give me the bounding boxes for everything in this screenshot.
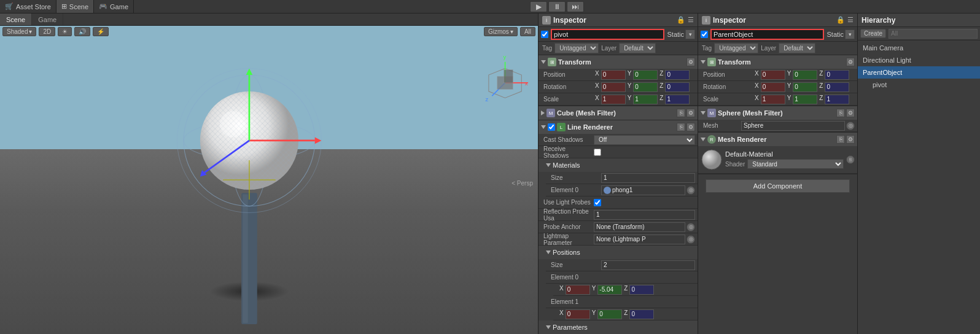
viewport-tab-scene[interactable]: Scene (0, 14, 32, 25)
receive-shadows-checkbox[interactable] (594, 149, 601, 156)
audio-button[interactable]: 🔊 (74, 27, 90, 36)
lr-settings-btn[interactable]: ⚙ (686, 123, 695, 131)
mesh-renderer-settings[interactable]: ⚙ (846, 135, 855, 144)
static-dropdown-left[interactable]: ▾ (685, 29, 695, 39)
tab-game[interactable]: 🎮 Game (94, 0, 134, 13)
pos-elem0-x-input[interactable] (566, 285, 590, 295)
static-dropdown-right[interactable]: ▾ (845, 29, 855, 39)
object-name-input-right[interactable] (710, 29, 824, 40)
mesh-renderer-copy[interactable]: ⎘ (836, 135, 845, 144)
scale-x-input-right[interactable] (761, 95, 785, 104)
mesh-filter-copy-left[interactable]: ⎘ (677, 109, 685, 117)
pos-x-input-right[interactable] (761, 70, 785, 80)
layer-dropdown-right[interactable]: Default (779, 43, 815, 53)
hierarchy-item-parent-object[interactable]: ParentObject (858, 66, 980, 79)
rot-z-input-right[interactable] (825, 82, 849, 92)
pos-elem0-y-input[interactable] (597, 285, 622, 295)
object-active-checkbox-left[interactable] (541, 31, 548, 38)
lock-icon-left[interactable]: 🔒 (677, 16, 685, 24)
material-target-btn[interactable]: ⎘ (846, 155, 855, 164)
viewport-tab-game[interactable]: Game (32, 14, 63, 25)
pos-y-input-left[interactable] (633, 70, 658, 80)
sphere-mesh-target-btn[interactable]: ◎ (846, 122, 855, 130)
tab-asset-store[interactable]: 🛒 Asset Store (0, 0, 56, 13)
mesh-filter-header-left[interactable]: M Cube (Mesh Filter) ⎘ ⚙ (539, 106, 698, 120)
parameters-section-header[interactable]: Parameters (539, 320, 698, 334)
probe-anchor-field[interactable]: None (Transform) (594, 222, 685, 232)
lighting-button[interactable]: ☀ (58, 27, 72, 36)
tab-scene[interactable]: ⊞ Scene (56, 0, 94, 13)
viewport-content[interactable]: Shaded ▾ 2D ☀ 🔊 ⚡ Gizmos ▾ All (0, 26, 538, 334)
rot-z-input-left[interactable] (665, 82, 690, 92)
sphere-mesh-copy[interactable]: ⎘ (836, 109, 845, 117)
mat-size-input[interactable] (601, 173, 695, 183)
tag-dropdown-right[interactable]: Untagged (714, 43, 758, 53)
add-component-button[interactable]: Add Component (706, 179, 850, 193)
lock-icon-right[interactable]: 🔒 (836, 16, 845, 24)
transform-settings-left[interactable]: ⚙ (686, 58, 695, 66)
lightmap-field[interactable]: None (Lightmap P (594, 235, 685, 244)
materials-section-header[interactable]: Materials (539, 158, 698, 172)
chevron-down-icon: ▾ (29, 28, 32, 35)
reflection-probe-input[interactable] (594, 210, 695, 220)
pos-elem1-z-input[interactable] (629, 309, 654, 319)
hierarchy-item-main-camera[interactable]: Main Camera (858, 42, 980, 54)
scale-y-input-right[interactable] (793, 95, 817, 104)
sphere-mesh-filter-header[interactable]: M Sphere (Mesh Filter) ⎘ ⚙ (698, 106, 857, 120)
shaded-dropdown[interactable]: Shaded ▾ (2, 27, 36, 36)
2d-button[interactable]: 2D (39, 27, 55, 36)
menu-icon-right[interactable]: ☰ (847, 16, 854, 24)
object-active-checkbox-right[interactable] (701, 31, 708, 38)
svg-marker-16 (246, 68, 253, 75)
transform-header-left[interactable]: ⊞ Transform ⚙ (539, 55, 698, 69)
scale-x-input-left[interactable] (601, 95, 626, 104)
positions-section-header[interactable]: Positions (539, 246, 698, 259)
tag-dropdown-left[interactable]: Untagged (554, 43, 599, 53)
use-light-probes-checkbox[interactable] (594, 199, 601, 206)
transform-settings-right[interactable]: ⚙ (846, 58, 855, 66)
mesh-filter-settings-left[interactable]: ⚙ (686, 109, 695, 117)
pause-button[interactable]: ⏸ (548, 1, 566, 12)
menu-icon-left[interactable]: ☰ (688, 16, 694, 24)
rot-y-input-left[interactable] (633, 82, 658, 92)
layer-dropdown-left[interactable]: Default (619, 43, 656, 53)
cast-shadows-dropdown[interactable]: Off (594, 135, 695, 145)
element0-field[interactable]: phong1 (601, 185, 685, 195)
line-renderer-controls: ⎘ ⚙ (677, 123, 695, 131)
scale-z-input-right[interactable] (825, 95, 849, 104)
rot-x-input-left[interactable] (601, 82, 626, 92)
element0-target-btn[interactable]: ◎ (686, 186, 695, 195)
gizmos-button[interactable]: Gizmos ▾ (484, 27, 518, 36)
pos-z-input-right[interactable] (825, 70, 849, 80)
step-button[interactable]: ⏭ (567, 1, 584, 12)
line-renderer-header[interactable]: L Line Renderer ⎘ ⚙ (539, 120, 698, 134)
sphere-mesh-field[interactable]: Sphere (741, 121, 845, 131)
pos-y-input-right[interactable] (793, 70, 817, 80)
pos-elem1-x-input[interactable] (566, 309, 590, 319)
rot-y-input-right[interactable] (793, 82, 817, 92)
scale-z-input-left[interactable] (665, 95, 690, 104)
pos-z-input-left[interactable] (665, 70, 690, 80)
hierarchy-item-pivot[interactable]: pivot (858, 79, 980, 91)
transform-header-right[interactable]: ⊞ Transform ⚙ (698, 55, 857, 69)
lightmap-target-btn[interactable]: ◎ (686, 235, 695, 244)
scale-y-input-left[interactable] (633, 95, 658, 104)
pos-elem1-y-input[interactable] (597, 309, 622, 319)
lr-copy-btn[interactable]: ⎘ (677, 123, 685, 131)
pos-x-input-left[interactable] (601, 70, 626, 80)
rot-x-input-right[interactable] (761, 82, 785, 92)
hierarchy-item-directional-light[interactable]: Directional Light (858, 54, 980, 66)
fx-button[interactable]: ⚡ (93, 27, 109, 36)
probe-anchor-target-btn[interactable]: ◎ (686, 223, 695, 231)
shader-dropdown[interactable]: Standard (747, 159, 844, 169)
sphere-mesh-settings[interactable]: ⚙ (846, 109, 855, 117)
line-renderer-enabled[interactable] (548, 123, 555, 131)
play-button[interactable]: ▶ (530, 1, 547, 12)
positions-size-input[interactable] (601, 260, 695, 270)
all-button[interactable]: All (520, 27, 535, 36)
pos-elem0-z-input[interactable] (629, 285, 654, 295)
hierarchy-search-input[interactable] (889, 29, 978, 39)
mesh-renderer-header[interactable]: R Mesh Renderer ⎘ ⚙ (698, 133, 857, 146)
hierarchy-create-btn[interactable]: Create (860, 29, 886, 38)
object-name-input-left[interactable] (551, 29, 664, 40)
